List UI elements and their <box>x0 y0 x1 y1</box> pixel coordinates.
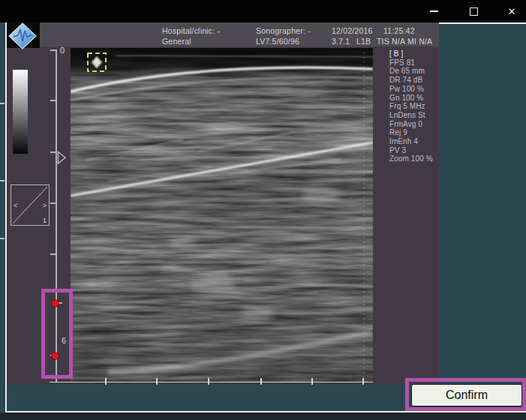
mi-label: MI N/A <box>407 37 432 46</box>
width-tick <box>208 378 209 385</box>
minimize-icon <box>430 10 438 12</box>
version-label: 3.7.1 <box>332 37 350 46</box>
probe-mode-label: L1B <box>356 37 371 46</box>
focus-marker-icon[interactable] <box>57 151 67 165</box>
preset-label: General <box>162 37 191 46</box>
thumbnail-pager[interactable]: < > 1 <box>11 184 50 226</box>
param-pv: PV 3 <box>389 146 439 155</box>
prev-arrow-icon[interactable]: < <box>14 202 17 209</box>
next-arrow-icon[interactable]: > <box>43 202 47 209</box>
param-line-density: LnDens St <box>389 111 439 120</box>
probe-label: LV7.5/60/96 <box>256 37 299 46</box>
param-power: Pw 100 % <box>389 85 439 94</box>
width-ruler <box>50 382 373 382</box>
width-tick <box>311 378 313 385</box>
ultrasound-image[interactable] <box>71 48 373 382</box>
close-icon: ✕ <box>508 6 516 17</box>
depth-tick-2cm <box>50 152 56 153</box>
caliper-point-1[interactable] <box>52 300 59 307</box>
width-tick <box>105 378 107 385</box>
time-label: 11:25:42 <box>383 26 415 35</box>
caliper-point-2[interactable] <box>52 352 59 359</box>
param-zoom: Zoom 100 % <box>389 154 439 164</box>
width-tick <box>156 378 158 385</box>
param-gain: Gn 100 % <box>389 94 439 103</box>
width-tick <box>260 378 262 385</box>
param-frequency: Frq 5 MHz <box>389 102 439 111</box>
edge-mark <box>0 103 5 104</box>
depth-tick-4cm <box>50 254 56 255</box>
depth-tick-3cm <box>50 202 56 204</box>
header-bar <box>7 22 439 46</box>
width-tick <box>362 378 364 385</box>
sonographer-label: Sonographer: - <box>256 26 311 35</box>
mode-indicator: [ B ] <box>389 50 439 58</box>
title-bar: ✕ <box>0 0 526 22</box>
tis-label: TIS N/A <box>377 37 405 46</box>
frame-border-top <box>439 22 526 24</box>
ultrasound-app-window: ✕ Hospital/clinic: - Sonographer: - 12/0… <box>0 0 526 420</box>
depth-label-0: 0 <box>60 46 65 55</box>
ultrasound-render <box>71 48 373 382</box>
hospital-label: Hospital/clinic: - <box>162 26 220 35</box>
edge-mark <box>0 238 5 239</box>
param-image-enhance: ImEnh 4 <box>389 137 439 146</box>
depth-tick-1cm <box>50 100 56 101</box>
imaging-parameters-panel: [ B ] FPS 81 De 65 mm DR 74 dB Pw 100 % … <box>389 50 439 164</box>
app-logo-icon <box>8 22 38 50</box>
grayscale-map-bar <box>13 70 28 154</box>
edge-mark <box>0 180 5 182</box>
param-depth: De 65 mm <box>389 67 439 76</box>
param-frame-avg: FrmAvg 0 <box>389 120 439 129</box>
confirm-button[interactable]: Confirm <box>411 384 522 406</box>
param-dynamic-range: DR 74 dB <box>389 76 439 85</box>
maximize-button[interactable] <box>458 0 488 22</box>
close-button[interactable]: ✕ <box>497 0 526 22</box>
date-label: 12/02/2016 <box>332 26 373 35</box>
param-rejection: Rej 9 <box>389 128 439 137</box>
bottom-dark-strip <box>0 412 526 420</box>
minimize-button[interactable] <box>419 0 449 22</box>
frame-border-bottom <box>5 411 526 412</box>
maximize-icon <box>470 8 478 16</box>
thumbnail-page-number: 1 <box>43 217 47 224</box>
param-fps: FPS 81 <box>389 58 439 68</box>
frame-border-left <box>5 22 7 412</box>
